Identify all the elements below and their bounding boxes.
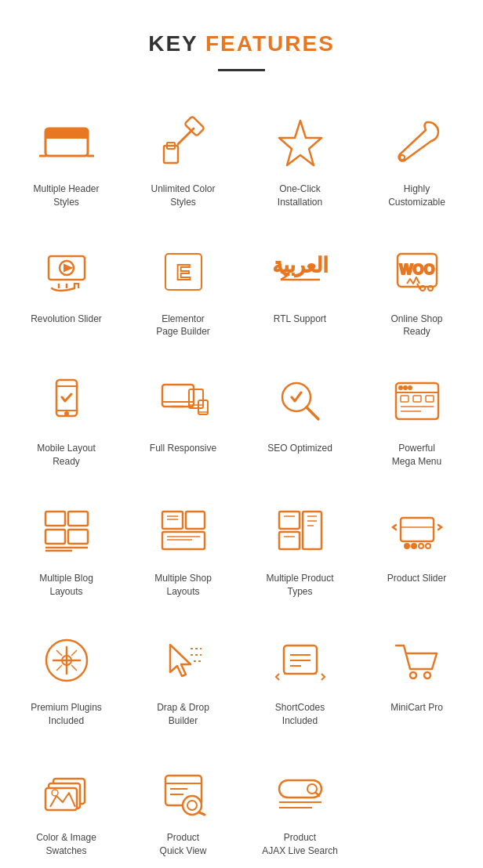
feature-multiple-header-styles: Multiple HeaderStyles (8, 95, 125, 225)
feature-color-image-swatches: Color & ImageSwatches (8, 743, 125, 868)
online-shop-ready-label: Online ShopReady (390, 313, 442, 339)
svg-rect-55 (186, 512, 205, 529)
feature-revolution-slider: Revolution Slider (8, 225, 125, 355)
elementor-page-builder-label: ElementorPage Builder (156, 313, 210, 339)
svg-rect-62 (279, 532, 300, 549)
feature-multiple-shop-layouts: Multiple ShopLayouts (125, 484, 242, 614)
feature-highly-customizable: HighlyCustomizable (358, 95, 475, 225)
unlimited-color-styles-label: Unlimited ColorStyles (151, 183, 215, 209)
feature-rtl-support: العربية RTL Support (242, 225, 358, 355)
powerful-mega-menu-label: PowerfulMega Menu (392, 442, 441, 468)
feature-drag-drop-builder: Drap & DropBuilder (125, 613, 242, 743)
feature-product-quick-view: ProductQuick View (125, 743, 242, 868)
page-header: KEY FEATURES (0, 0, 483, 71)
multiple-product-types-icon (269, 500, 332, 562)
feature-multiple-product-types: Multiple ProductTypes (242, 484, 358, 614)
svg-line-80 (71, 650, 77, 656)
full-responsive-label: Full Responsive (150, 442, 216, 455)
svg-point-45 (399, 386, 402, 389)
svg-line-107 (316, 793, 319, 796)
seo-optimized-icon (269, 370, 332, 432)
product-quick-view-label: ProductQuick View (160, 831, 207, 858)
features-grid: Multiple HeaderStyles Unlimited ColorSty… (0, 95, 483, 868)
svg-line-81 (56, 665, 62, 671)
feature-one-click-installation: One-ClickInstallation (242, 95, 358, 225)
product-slider-label: Product Slider (387, 572, 446, 585)
online-shop-ready-icon: WOO (386, 241, 448, 303)
powerful-mega-menu-icon (386, 370, 448, 432)
revolution-slider-icon (35, 241, 98, 303)
full-responsive-icon (152, 370, 215, 432)
product-ajax-live-search-label: ProductAJAX Live Search (262, 831, 338, 858)
one-click-installation-label: One-ClickInstallation (278, 183, 322, 209)
color-image-swatches-icon (35, 759, 98, 822)
multiple-product-types-label: Multiple ProductTypes (266, 572, 333, 599)
feature-unlimited-color-styles: Unlimited ColorStyles (125, 95, 242, 225)
svg-text:WOO: WOO (399, 262, 434, 277)
svg-rect-63 (303, 512, 321, 549)
svg-line-104 (199, 812, 205, 815)
feature-full-responsive: Full Responsive (125, 354, 242, 484)
mobile-layout-ready-icon (35, 370, 98, 432)
elementor-page-builder-icon: E (152, 241, 215, 303)
revolution-slider-label: Revolution Slider (31, 313, 102, 326)
svg-point-46 (404, 386, 407, 389)
product-quick-view-icon (152, 759, 215, 822)
svg-point-47 (409, 386, 412, 389)
feature-online-shop-ready: WOO Online ShopReady (358, 225, 475, 355)
feature-mobile-layout-ready: Mobile LayoutReady (8, 354, 125, 484)
svg-line-82 (71, 665, 77, 671)
feature-product-ajax-live-search: ProductAJAX Live Search (242, 743, 358, 868)
svg-rect-69 (401, 518, 434, 541)
svg-marker-9 (279, 121, 321, 165)
svg-point-28 (65, 412, 68, 415)
svg-rect-49 (45, 530, 65, 544)
highly-customizable-label: HighlyCustomizable (388, 183, 445, 209)
svg-point-10 (400, 155, 405, 160)
shortcodes-included-icon (269, 629, 332, 692)
svg-rect-54 (162, 512, 183, 529)
feature-powerful-mega-menu: PowerfulMega Menu (358, 354, 475, 484)
one-click-installation-icon (269, 110, 332, 173)
minicart-pro-label: MiniCart Pro (390, 701, 443, 714)
svg-marker-83 (170, 645, 191, 676)
feature-elementor-page-builder: E ElementorPage Builder (125, 225, 242, 355)
seo-optimized-label: SEO Optimized (267, 442, 332, 455)
minicart-pro-icon (386, 629, 448, 692)
drag-drop-builder-label: Drap & DropBuilder (157, 701, 209, 728)
svg-rect-56 (162, 532, 205, 549)
svg-rect-42 (426, 396, 434, 402)
drag-drop-builder-icon (152, 629, 215, 692)
svg-text:E: E (176, 260, 191, 284)
product-slider-icon (386, 500, 448, 562)
multiple-blog-layouts-label: Multiple BlogLayouts (39, 572, 93, 599)
title-underline (218, 69, 265, 71)
svg-point-72 (412, 544, 416, 548)
svg-rect-50 (68, 512, 88, 526)
svg-rect-51 (68, 530, 88, 544)
multiple-shop-layouts-label: Multiple ShopLayouts (154, 572, 212, 599)
feature-premium-plugins-included: Premium PluginsIncluded (8, 613, 125, 743)
title-features: FEATURES (205, 31, 335, 56)
feature-product-slider: Product Slider (358, 484, 475, 614)
premium-plugins-included-label: Premium PluginsIncluded (31, 701, 102, 728)
svg-rect-41 (413, 396, 421, 402)
svg-line-79 (56, 650, 62, 656)
svg-point-93 (424, 672, 430, 678)
svg-rect-40 (401, 396, 409, 402)
highly-customizable-icon (386, 110, 448, 173)
color-image-swatches-label: Color & ImageSwatches (36, 831, 96, 858)
feature-multiple-blog-layouts: Multiple BlogLayouts (8, 484, 125, 614)
svg-marker-13 (64, 265, 71, 271)
shortcodes-included-label: ShortCodesIncluded (275, 701, 325, 728)
svg-rect-61 (279, 512, 300, 529)
mobile-layout-ready-label: Mobile LayoutReady (37, 442, 96, 468)
svg-rect-1 (45, 128, 88, 138)
svg-point-92 (410, 672, 416, 678)
svg-text:العربية: العربية (273, 253, 328, 277)
unlimited-color-styles-icon (152, 110, 215, 173)
multiple-blog-layouts-icon (35, 500, 98, 562)
svg-point-71 (405, 544, 409, 548)
rtl-support-icon: العربية (269, 241, 332, 303)
multiple-header-styles-icon (35, 110, 98, 173)
